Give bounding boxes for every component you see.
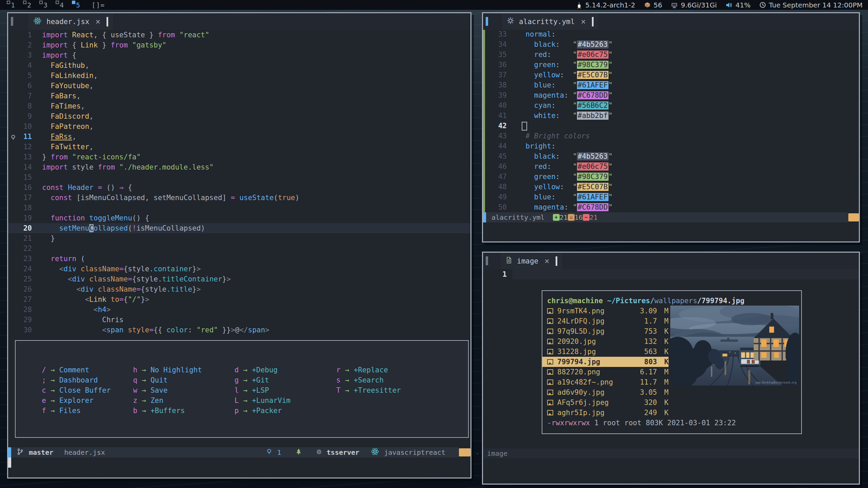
image-preview: www.DesktopBackground.org [670, 306, 799, 386]
workspace-5[interactable]: 5 [70, 0, 86, 10]
tabline: header.jsx × [8, 13, 470, 30]
line-number: 5 [27, 72, 32, 80]
winbar-mark [486, 256, 488, 265]
code-line: 26 <div className={style.title}> [8, 284, 470, 294]
close-icon[interactable]: × [579, 17, 587, 26]
scrollbar-thumb[interactable] [848, 213, 859, 221]
desktop: { "topbar": { "workspaces": [ {"label":"… [0, 0, 868, 488]
terminal-prompt: chris@machine ~/Pictures/wallpapers/7997… [542, 296, 801, 306]
code-line: 42 [483, 121, 859, 131]
line-number: 43 [498, 132, 507, 140]
tab-alacritty-yml[interactable]: alacritty.yml × [502, 13, 598, 30]
color-chip: #C678DD [577, 203, 609, 211]
tabline: image × [483, 253, 859, 269]
line-number: 27 [23, 295, 32, 304]
editor-window-alacritty: alacritty.yml × 33 normal:34 black: "#4b… [482, 12, 860, 242]
code-line: 49 blue: "#61AFEF" [483, 192, 859, 202]
status-bar: 12345 []= 5.14.2-arch1-2569.6Gi/31Gi41%T… [0, 0, 868, 10]
line-number: 42 [498, 122, 507, 130]
whichkey-popup: /→Comment;→Dashboardc→Close Buffere→Expl… [15, 340, 469, 438]
code-line: 36 green: "#98C379" [483, 60, 859, 70]
status-memory: 9.6Gi/31Gi [671, 1, 717, 9]
line-number: 41 [498, 112, 507, 120]
code-line: 35 red: "#e06c75" [483, 50, 859, 60]
color-chip: #e06c75 [577, 51, 609, 59]
git-branch-name: master [29, 448, 53, 456]
file-row: AFq5r6j.jpeg320K [542, 397, 669, 408]
close-icon[interactable]: × [94, 17, 101, 26]
workspace-1[interactable]: 1 [5, 0, 21, 10]
prompt-segment: /799794.jpg [697, 297, 745, 305]
code-line: 20 setMenuCollapsed(!isMenuCollapsed) [8, 223, 470, 233]
penguin-icon [576, 1, 582, 8]
tab-label: alacritty.yml [519, 18, 575, 26]
whichkey-binding-r: r→+Replace [332, 365, 401, 375]
tree-icon [295, 448, 302, 456]
line-number: 20 [23, 224, 32, 232]
whichkey-column: /→Comment;→Dashboardc→Close Buffere→Expl… [37, 365, 111, 416]
workspace-3[interactable]: 3 [37, 0, 54, 10]
line-number: 47 [498, 173, 507, 181]
code-area: 33 normal:34 black: "#4b5263"35 red: "#e… [483, 29, 859, 212]
code-line: 6 FaYoutube, [8, 81, 470, 91]
file-row: 9rsmTK4.png3.09M [542, 306, 669, 316]
whichkey-binding-;: ;→Dashboard [37, 375, 111, 385]
image-file-icon [547, 308, 553, 314]
prompt-segment: wallpapers [654, 297, 697, 305]
line-number: 19 [23, 214, 32, 222]
lightbulb-icon [266, 448, 272, 456]
git-added-icon: + [553, 214, 560, 221]
line-number: 14 [23, 163, 32, 171]
terminal-output-box: chris@machine ~/Pictures/wallpapers/7997… [542, 290, 802, 434]
line-number: 3 [27, 51, 32, 59]
workspace-4[interactable]: 4 [54, 0, 70, 10]
code-line: 25 <div className={style.titleContainer}… [8, 274, 470, 284]
gear-icon [507, 17, 514, 26]
workspace-2[interactable]: 2 [21, 0, 37, 10]
file-row: a19c482f~.png11.7M [542, 377, 669, 387]
whichkey-column: r→+Replaces→+SearchT→+Treesitter [332, 365, 401, 395]
lsp-gear-icon [316, 448, 322, 456]
react-icon [33, 17, 42, 27]
code-line: 16const Header = () ⇒ { [8, 182, 470, 193]
winbar-mark [486, 17, 488, 26]
status-package: 56 [644, 1, 662, 9]
code-line: 13} from "react-icons/fa" [8, 152, 470, 162]
code-line: 40 cyan: "#56B6C2" [483, 100, 859, 111]
code-line: 33 normal: [483, 29, 859, 39]
code-line: 48 yellow: "#E5C07B" [483, 182, 859, 192]
line-number: 37 [498, 71, 507, 79]
file-icon [505, 256, 512, 266]
mode-indicator [8, 447, 11, 457]
whichkey-column: h→No Highlightq→Quitw→Savez→Zenb→+Buffer… [129, 365, 202, 416]
file-row: 882720.png6.17M [542, 367, 669, 377]
line-number: 36 [498, 61, 507, 69]
layout-indicator: []= [92, 1, 105, 9]
line-number: 13 [23, 153, 32, 161]
line-number: 10 [23, 122, 32, 131]
statusline-filename: image [487, 449, 507, 457]
line-number: 8 [27, 102, 32, 110]
line-number: 15 [23, 173, 32, 181]
code-line: 38 blue: "#61AFEF" [483, 80, 859, 90]
image-file-icon [547, 329, 553, 334]
status-volume: 41% [726, 1, 750, 9]
close-icon[interactable]: × [543, 256, 551, 266]
scrollbar-thumb[interactable] [459, 448, 470, 456]
file-row: 24LrDFQ.jpg1.7M [542, 316, 669, 326]
tab-header-jsx[interactable]: header.jsx × [28, 13, 113, 30]
line-number: 16 [23, 183, 32, 192]
line-number: 23 [23, 255, 32, 263]
line-number: 17 [23, 194, 32, 202]
code-line: 44 bright: [483, 141, 859, 151]
line-number: 45 [498, 152, 507, 160]
code-line: 22 [8, 243, 470, 254]
tab-image[interactable]: image × [501, 253, 562, 269]
code-area: 1import React, { useState } from "react"… [8, 30, 470, 335]
whichkey-binding-l: l→+LSP [230, 385, 290, 395]
code-line: 12 FaTwitter, [8, 142, 470, 152]
code-line: 24 <div className={style.container}> [8, 264, 470, 274]
perms-segment: -rwxrwxrwx [547, 419, 590, 427]
line-number: 1 [27, 31, 32, 39]
color-chip: #98C379 [577, 61, 609, 69]
